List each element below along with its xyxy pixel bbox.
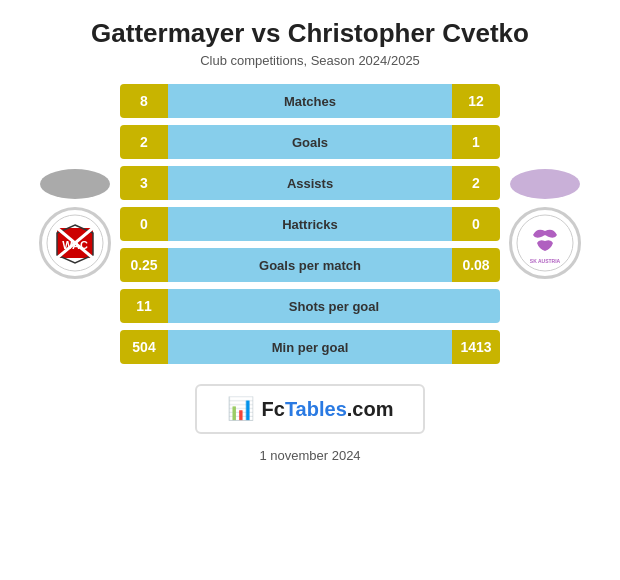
stat-row: 0.25Goals per match0.08 (120, 248, 500, 282)
footer-date: 1 november 2024 (259, 448, 360, 463)
stat-left-value: 8 (120, 84, 168, 118)
stat-right-value: 0 (452, 207, 500, 241)
stat-label: Min per goal (168, 330, 452, 364)
page-title: Gattermayer vs Christopher Cvetko (10, 18, 610, 49)
stat-right-value: 12 (452, 84, 500, 118)
stat-left-value: 11 (120, 289, 168, 323)
main-content: WAC 8Matches122Goals13Assists20Hattricks… (0, 84, 620, 364)
fctables-badge: 📊 FcTables.com (195, 384, 426, 434)
stat-row: 11Shots per goal (120, 289, 500, 323)
svg-text:WAC: WAC (62, 239, 88, 251)
svg-text:SK AUSTRIA: SK AUSTRIA (530, 258, 561, 264)
page-wrapper: Gattermayer vs Christopher Cvetko Club c… (0, 0, 620, 580)
stat-label: Shots per goal (168, 289, 500, 323)
right-ellipse-decoration (510, 169, 580, 199)
stat-left-value: 3 (120, 166, 168, 200)
right-club-badge: SK AUSTRIA (500, 169, 590, 279)
wac-badge: WAC (39, 207, 111, 279)
stat-right-value: 1413 (452, 330, 500, 364)
wac-logo-icon: WAC (45, 213, 105, 273)
stat-label: Assists (168, 166, 452, 200)
stat-label: Matches (168, 84, 452, 118)
stat-left-value: 0.25 (120, 248, 168, 282)
stat-right-value: 2 (452, 166, 500, 200)
stat-left-value: 504 (120, 330, 168, 364)
left-ellipse-decoration (40, 169, 110, 199)
stat-label: Goals per match (168, 248, 452, 282)
stats-column: 8Matches122Goals13Assists20Hattricks00.2… (120, 84, 500, 364)
fctables-icon: 📊 (227, 396, 254, 422)
stat-row: 504Min per goal1413 (120, 330, 500, 364)
stat-row: 8Matches12 (120, 84, 500, 118)
stat-right-value: 0.08 (452, 248, 500, 282)
stat-right-value: 1 (452, 125, 500, 159)
stat-label: Hattricks (168, 207, 452, 241)
fctables-label: FcTables.com (262, 398, 394, 421)
stat-row: 3Assists2 (120, 166, 500, 200)
stat-row: 0Hattricks0 (120, 207, 500, 241)
stat-label: Goals (168, 125, 452, 159)
austria-klagenfurt-logo-icon: SK AUSTRIA (515, 213, 575, 273)
stat-left-value: 2 (120, 125, 168, 159)
header: Gattermayer vs Christopher Cvetko Club c… (0, 0, 620, 74)
stat-left-value: 0 (120, 207, 168, 241)
austria-klagenfurt-badge: SK AUSTRIA (509, 207, 581, 279)
stat-row: 2Goals1 (120, 125, 500, 159)
header-subtitle: Club competitions, Season 2024/2025 (10, 53, 610, 68)
left-club-badge: WAC (30, 169, 120, 279)
